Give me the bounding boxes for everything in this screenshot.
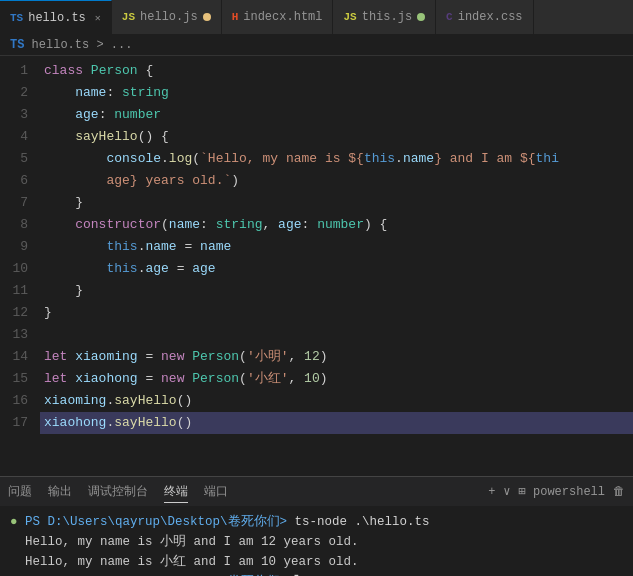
code-line-10: } <box>40 280 633 302</box>
code-line-2: name: string <box>40 82 633 104</box>
terminal-cmd-1: ts-node .\hello.ts <box>287 515 430 529</box>
css-icon: C <box>446 11 453 23</box>
terminal-line-3: Hello, my name is 小红 and I am 10 years o… <box>10 552 623 572</box>
code-line-8: this.name = name <box>40 236 633 258</box>
panel-tab-terminal[interactable]: 终端 <box>164 481 188 503</box>
code-line-6: } <box>40 192 633 214</box>
tab-this-js[interactable]: JS this.js <box>333 0 436 34</box>
code-line-9: this.age = age <box>40 258 633 280</box>
tab-label-hello-ts: hello.ts <box>28 11 86 25</box>
modified-dot-this-js <box>417 13 425 21</box>
terminal-line-2: Hello, my name is 小明 and I am 12 years o… <box>10 532 623 552</box>
code-line-13: let xiaoming = new Person('小明', 12) <box>40 346 633 368</box>
terminal-line-1: ● PS D:\Users\qayrup\Desktop\卷死你们> ts-no… <box>10 512 623 532</box>
line-numbers: 1 2 3 4 5 6 7 8 9 10 11 12 13 14 15 16 1… <box>0 56 36 476</box>
close-tab-hello-ts[interactable]: ✕ <box>95 12 101 24</box>
code-line-11: } <box>40 302 633 324</box>
panel-tab-output[interactable]: 输出 <box>48 481 72 502</box>
panel-tab-bar: 问题 输出 调试控制台 终端 端口 + ∨ ⊞ powershell 🗑 <box>0 476 633 506</box>
code-line-14: let xiaohong = new Person('小红', 10) <box>40 368 633 390</box>
line-num-8: 8 <box>8 214 28 236</box>
panel-tab-ports[interactable]: 端口 <box>204 481 228 502</box>
tab-hello-ts[interactable]: TS hello.ts ✕ <box>0 0 112 34</box>
editor-container: 1 2 3 4 5 6 7 8 9 10 11 12 13 14 15 16 1… <box>0 56 633 476</box>
code-line-16: xiaohong.sayHello() <box>40 412 633 434</box>
panel-tab-problems[interactable]: 问题 <box>8 481 32 502</box>
line-num-1: 1 <box>8 60 28 82</box>
line-num-3: 3 <box>8 104 28 126</box>
breadcrumb: TS hello.ts > ... <box>0 35 633 56</box>
code-line-12 <box>40 324 633 346</box>
code-line-5: console.log(`Hello, my name is ${this.na… <box>40 148 633 170</box>
terminal-output-2: Hello, my name is 小红 and I am 10 years o… <box>10 555 359 569</box>
trash-icon[interactable]: 🗑 <box>613 484 625 499</box>
line-num-2: 2 <box>8 82 28 104</box>
line-num-17: 17 <box>8 412 28 434</box>
line-num-12: 12 <box>8 302 28 324</box>
terminal-output-1: Hello, my name is 小明 and I am 12 years o… <box>10 535 359 549</box>
code-line-17 <box>40 434 633 456</box>
terminal-line-4: ○ PS D:\Users\qayrup\Desktop\卷死你们> ▌ <box>10 572 623 576</box>
panel-tab-debug[interactable]: 调试控制台 <box>88 481 148 502</box>
terminal-dropdown-button[interactable]: ∨ <box>503 484 510 499</box>
terminal-path-1: PS D:\Users\qayrup\Desktop\卷死你们> <box>25 515 287 529</box>
modified-dot-hello-js <box>203 13 211 21</box>
terminal-prompt-1: ● <box>10 515 25 529</box>
code-line-4: sayHello() { <box>40 126 633 148</box>
code-line-7: constructor(name: string, age: number) { <box>40 214 633 236</box>
tab-label-hello-js: hello.js <box>140 10 198 24</box>
js-icon-1: JS <box>122 11 135 23</box>
line-num-13: 13 <box>8 324 28 346</box>
code-line-3: age: number <box>40 104 633 126</box>
code-line-1: class Person { <box>40 60 633 82</box>
tab-label-index-css: index.css <box>458 10 523 24</box>
tab-bar: TS hello.ts ✕ JS hello.js H indecx.html … <box>0 0 633 35</box>
line-num-5: 5 <box>8 148 28 170</box>
code-line-15: xiaoming.sayHello() <box>40 390 633 412</box>
html-icon: H <box>232 11 239 23</box>
panel-controls: + ∨ ⊞ powershell 🗑 <box>488 484 625 499</box>
tab-index-html[interactable]: H indecx.html <box>222 0 334 34</box>
terminal-panel[interactable]: ● PS D:\Users\qayrup\Desktop\卷死你们> ts-no… <box>0 506 633 576</box>
line-num-6: 6 <box>8 170 28 192</box>
line-num-16: 16 <box>8 390 28 412</box>
js-icon-2: JS <box>343 11 356 23</box>
code-line-5b: age} years old.`) <box>40 170 633 192</box>
add-terminal-button[interactable]: + <box>488 485 495 499</box>
code-editor[interactable]: class Person { name: string age: number … <box>36 56 633 476</box>
tab-label-index-html: indecx.html <box>243 10 322 24</box>
breadcrumb-path: hello.ts > ... <box>32 38 133 52</box>
ts-icon: TS <box>10 12 23 24</box>
tab-label-this-js: this.js <box>362 10 412 24</box>
line-num-7: 7 <box>8 192 28 214</box>
line-num-4: 4 <box>8 126 28 148</box>
line-num-9: 9 <box>8 236 28 258</box>
breadcrumb-ts-icon: TS <box>10 38 24 52</box>
line-num-15: 15 <box>8 368 28 390</box>
tab-index-css[interactable]: C index.css <box>436 0 533 34</box>
line-num-10: 10 <box>8 258 28 280</box>
line-num-11: 11 <box>8 280 28 302</box>
line-num-14: 14 <box>8 346 28 368</box>
powershell-label: ⊞ powershell <box>519 484 605 499</box>
tab-hello-js[interactable]: JS hello.js <box>112 0 222 34</box>
